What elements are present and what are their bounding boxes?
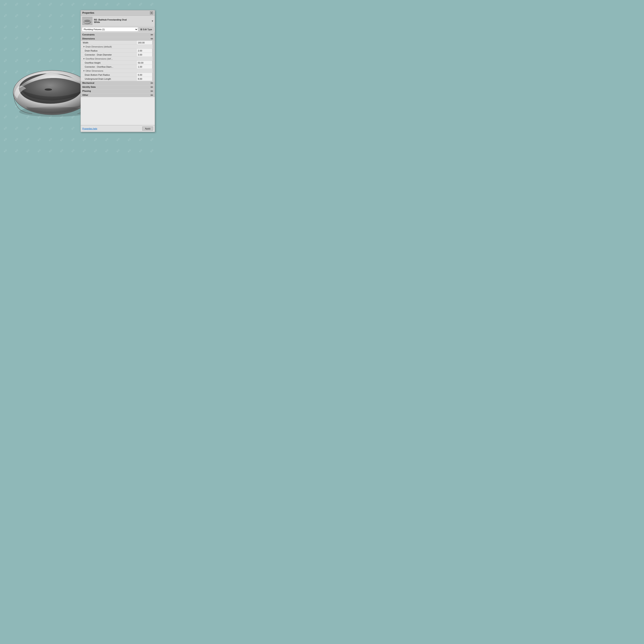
section-constraints[interactable]: Constraints ⋙: [81, 33, 155, 37]
prop-row-other-dimensions-group[interactable]: ▶Other Dimensions: [81, 69, 155, 73]
expand-icon: ▶: [84, 46, 85, 47]
prop-row-drain-dimensions-group[interactable]: ▶Drain Dimensions (default): [81, 45, 155, 49]
prop-label-connector-overflow-diameter: Connector - Overflow Diam...: [81, 65, 137, 69]
scrollbar-stub: [153, 53, 155, 57]
prop-label-overflow-height: Overflow Height: [81, 61, 137, 65]
prop-row-drain-radius: Drain Radius 2.00: [81, 49, 155, 53]
prop-label-overflow-dimensions: ▶Overflow Dimensions (def...: [81, 57, 153, 61]
category-dropdown[interactable]: Plumbing Fixtures (1): [82, 27, 138, 32]
prop-row-overflow-height: Overflow Height 50.00: [81, 61, 155, 65]
section-mechanical-collapse: ⋙: [150, 82, 153, 84]
section-mechanical[interactable]: Mechanical ⋙: [81, 81, 155, 85]
section-identity-label: Identity Data: [82, 86, 96, 88]
prop-value-width[interactable]: 160.00: [137, 41, 153, 44]
prop-row-connector-drain-diameter: Connector - Drain Diameter 3.00: [81, 53, 155, 57]
scrollbar-stub: [153, 65, 155, 69]
prop-row-connector-overflow-diameter: Connector - Overflow Diam... 1.00: [81, 65, 155, 69]
panel-content: Constraints ⋙ Dimensions ⋘ Width 160.00 …: [81, 33, 155, 125]
empty-panel-space: [81, 97, 155, 125]
prop-value-overflow-height[interactable]: 50.00: [137, 61, 153, 65]
section-phasing-collapse: ⋙: [150, 90, 153, 92]
panel-toolbar: Plumbing Fixtures (1) ⊞ Edit Type: [81, 26, 155, 33]
panel-preview: RD_Bathtub Freestanding Oval White ▾: [81, 16, 155, 26]
scrollbar-stub: [153, 49, 155, 53]
prop-row-drain-bottom-radius: Drain Bottom Part Radius 6.00: [81, 73, 155, 77]
prop-label-other-dimensions: ▶Other Dimensions: [81, 69, 153, 73]
prop-label-connector-drain-diameter: Connector - Drain Diameter: [81, 53, 137, 57]
prop-label-drain-radius: Drain Radius: [81, 49, 137, 53]
edit-type-icon: ⊞: [140, 28, 142, 31]
prop-row-width: Width 160.00: [81, 41, 155, 45]
scrollbar-stub: [153, 41, 155, 44]
prop-value-drain-bottom-radius[interactable]: 6.00: [137, 73, 153, 77]
section-constraints-collapse: ⋙: [150, 34, 153, 36]
preview-dropdown-arrow[interactable]: ▾: [152, 19, 153, 23]
section-dimensions-collapse: ⋘: [150, 38, 153, 40]
scrollbar-stub: [153, 57, 155, 61]
section-mechanical-label: Mechanical: [82, 82, 94, 84]
scrollbar-stub: [153, 61, 155, 65]
properties-list: Constraints ⋙ Dimensions ⋘ Width 160.00 …: [81, 33, 155, 125]
preview-object-name: RD_Bathtub Freestanding Oval White: [94, 19, 150, 23]
svg-point-3: [45, 89, 52, 91]
section-other[interactable]: Other ⋙: [81, 93, 155, 97]
close-button[interactable]: ×: [150, 11, 153, 14]
panel-title: Properties: [82, 11, 94, 14]
prop-label-drain-bottom-radius: Drain Bottom Part Radius: [81, 73, 137, 77]
prop-label-drain-dimensions: ▶Drain Dimensions (default): [81, 45, 153, 49]
section-phasing-label: Phasing: [82, 90, 91, 92]
prop-row-underground-drain-length: Underground Drain Length 8.00: [81, 77, 155, 81]
section-other-collapse: ⋙: [150, 94, 153, 96]
apply-button[interactable]: Apply: [142, 127, 153, 131]
scrollbar-stub: [153, 73, 155, 77]
panel-titlebar: Properties ×: [81, 10, 155, 16]
panel-footer: Properties help Apply: [81, 125, 155, 132]
section-phasing[interactable]: Phasing ⋙: [81, 89, 155, 93]
preview-thumbnail: [82, 17, 92, 25]
section-other-label: Other: [82, 94, 88, 96]
scrollbar-stub: [153, 69, 155, 73]
properties-panel: Properties × RD_Bathtub Freestanding Ova…: [81, 10, 155, 132]
expand-icon: ▶: [84, 70, 85, 72]
section-identity-data[interactable]: Identity Data ⋙: [81, 85, 155, 89]
prop-label-width: Width: [81, 41, 137, 44]
scrollbar-stub: [153, 77, 155, 81]
prop-label-underground-drain-length: Underground Drain Length: [81, 77, 137, 81]
expand-icon: ▶: [84, 58, 85, 60]
scrollbar-stub: [153, 45, 155, 49]
prop-value-connector-overflow-diameter[interactable]: 1.00: [137, 65, 153, 69]
section-identity-collapse: ⋙: [150, 86, 153, 88]
prop-value-underground-drain-length[interactable]: 8.00: [137, 77, 153, 81]
properties-help-link[interactable]: Properties help: [82, 127, 97, 130]
section-dimensions-label: Dimensions: [82, 37, 95, 40]
section-dimensions[interactable]: Dimensions ⋘: [81, 37, 155, 41]
prop-value-connector-drain-diameter[interactable]: 3.00: [137, 53, 153, 57]
section-constraints-label: Constraints: [82, 33, 95, 36]
edit-type-button[interactable]: ⊞ Edit Type: [139, 27, 154, 31]
prop-row-overflow-dimensions-group[interactable]: ▶Overflow Dimensions (def...: [81, 57, 155, 61]
prop-value-drain-radius[interactable]: 2.00: [137, 49, 153, 53]
